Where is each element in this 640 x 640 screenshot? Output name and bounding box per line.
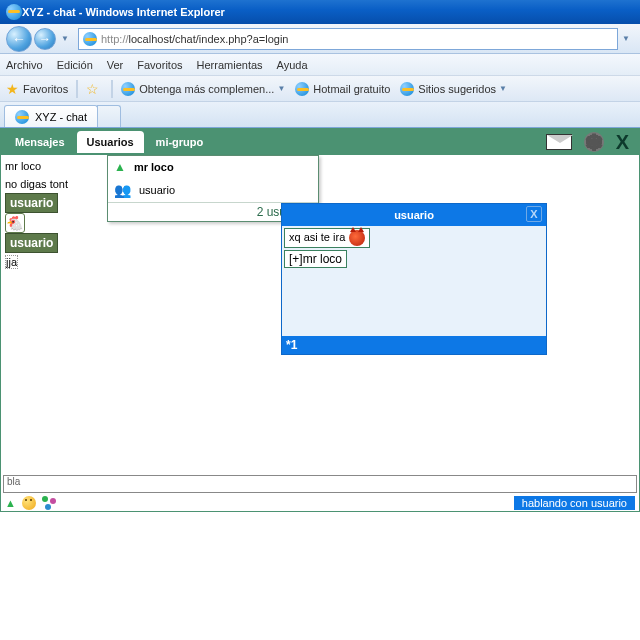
chat-body: mr loco no digas tont usuario usuario jj… — [1, 155, 639, 511]
menu-ayuda[interactable]: Ayuda — [277, 59, 308, 71]
favlink-obtenga[interactable]: Obtenga más complemen... ▼ — [121, 82, 285, 96]
forward-button[interactable]: → — [34, 28, 56, 50]
private-chat-titlebar[interactable]: usuario X — [282, 204, 546, 226]
back-button[interactable]: ← — [6, 26, 32, 52]
chat-app-header: Mensajes Usuarios mi-grupo X — [1, 129, 639, 155]
star-icon: ★ — [6, 81, 19, 97]
chat-msg-text: xq asi te ira — [289, 231, 345, 243]
user-name: usuario — [139, 184, 175, 196]
separator — [76, 80, 78, 98]
tab-usuarios[interactable]: Usuarios — [77, 131, 144, 153]
tab-migrupo[interactable]: mi-grupo — [146, 131, 214, 153]
status-bar: ▲ hablando con usuario — [1, 495, 639, 511]
menu-edicion[interactable]: Edición — [57, 59, 93, 71]
ie-logo-icon — [6, 4, 22, 20]
ie-icon — [121, 82, 135, 96]
devil-emoji-icon — [349, 230, 365, 246]
address-dropdown[interactable]: ▼ — [618, 34, 634, 43]
favlink-sitios[interactable]: Sitios sugeridos ▼ — [400, 82, 507, 96]
address-protocol: http:// — [101, 33, 129, 45]
window-titlebar: XYZ - chat - Windows Internet Explorer — [0, 0, 640, 24]
online-icon[interactable]: ▲ — [5, 497, 16, 509]
close-icon[interactable]: X — [616, 131, 629, 154]
chat-bubble: [+]mr loco — [284, 250, 347, 268]
menu-archivo[interactable]: Archivo — [6, 59, 43, 71]
browser-navbar: ← → ▼ http:// localhost/chat/index.php?a… — [0, 24, 640, 54]
page-icon — [83, 32, 97, 46]
private-chat-body: xq asi te ira [+]mr loco — [282, 226, 546, 336]
user-badge[interactable]: usuario — [5, 233, 58, 253]
user-name: mr loco — [134, 161, 174, 173]
ie-icon — [400, 82, 414, 96]
browser-tab[interactable]: XYZ - chat — [4, 105, 98, 127]
user-badge[interactable]: usuario — [5, 193, 58, 213]
favlink-obtenga-label: Obtenga más complemen... — [139, 83, 274, 95]
chevron-down-icon: ▼ — [277, 84, 285, 93]
group-icon: 👥 — [114, 182, 131, 198]
menu-ver[interactable]: Ver — [107, 59, 124, 71]
menu-favoritos[interactable]: Favoritos — [137, 59, 182, 71]
status-text: hablando con usuario — [514, 496, 635, 510]
menu-herramientas[interactable]: Herramientas — [197, 59, 263, 71]
smiley-icon[interactable] — [22, 496, 36, 510]
new-tab-button[interactable] — [97, 105, 121, 127]
favlink-sitios-label: Sitios sugeridos — [418, 83, 496, 95]
close-icon[interactable]: X — [526, 206, 542, 222]
user-row-usuario[interactable]: 👥 usuario — [108, 178, 318, 202]
chat-app: Mensajes Usuarios mi-grupo X mr loco no … — [0, 128, 640, 512]
mail-icon[interactable] — [546, 134, 572, 150]
message-input[interactable]: bla — [3, 475, 637, 493]
chat-bubble: xq asi te ira — [284, 228, 370, 248]
color-picker-icon[interactable] — [42, 496, 58, 510]
private-chat-window: usuario X xq asi te ira [+]mr loco *1 — [281, 203, 547, 355]
private-chat-title: usuario — [394, 209, 434, 221]
online-icon: ▲ — [114, 160, 126, 174]
tab-mensajes[interactable]: Mensajes — [5, 131, 75, 153]
user-row-mrloco[interactable]: ▲ mr loco — [108, 156, 318, 178]
private-chat-footer: *1 — [282, 336, 546, 354]
msg-line: jja — [5, 255, 18, 269]
ie-icon — [295, 82, 309, 96]
tab-favicon — [15, 110, 29, 124]
avatar-icon[interactable] — [5, 213, 25, 233]
separator — [111, 80, 113, 98]
tab-title: XYZ - chat — [35, 111, 87, 123]
chevron-down-icon: ▼ — [499, 84, 507, 93]
favlink-hotmail-label: Hotmail gratuito — [313, 83, 390, 95]
address-path: localhost/chat/index.php?a=login — [129, 33, 289, 45]
window-title: XYZ - chat - Windows Internet Explorer — [22, 6, 225, 18]
star-add-icon[interactable]: ☆ — [86, 81, 99, 97]
favoritos-button[interactable]: Favoritos — [23, 83, 68, 95]
favorites-toolbar: ★ Favoritos ☆ Obtenga más complemen... ▼… — [0, 76, 640, 102]
browser-tabstrip: XYZ - chat — [0, 102, 640, 128]
nav-history-dropdown[interactable]: ▼ — [58, 28, 72, 50]
input-area: bla — [3, 475, 637, 493]
gear-icon[interactable] — [584, 132, 604, 152]
browser-menubar: Archivo Edición Ver Favoritos Herramient… — [0, 54, 640, 76]
favlink-hotmail[interactable]: Hotmail gratuito — [295, 82, 390, 96]
address-bar[interactable]: http:// localhost/chat/index.php?a=login — [78, 28, 618, 50]
